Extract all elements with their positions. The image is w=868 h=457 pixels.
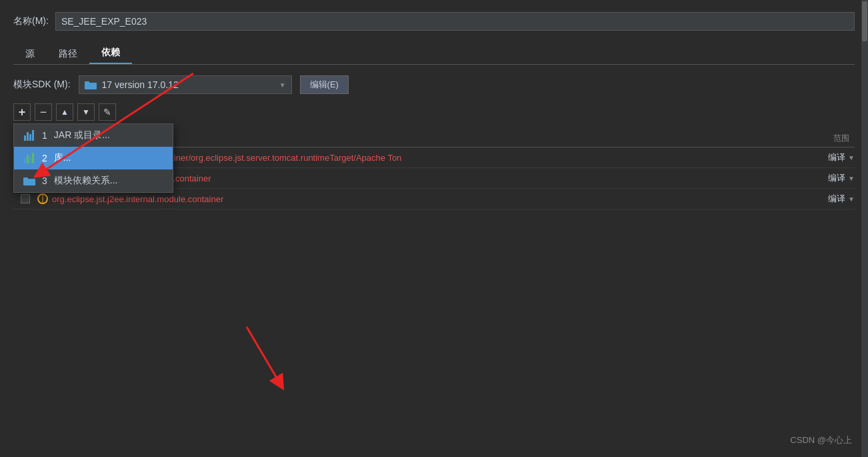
move-down-button[interactable]: ▼ <box>77 103 95 121</box>
add-dropdown-menu: 1 JAR 或目录... 2 库... <box>13 123 173 193</box>
name-label: 名称(M): <box>13 15 49 27</box>
edit-button[interactable]: ✎ <box>99 103 116 121</box>
scope-chevron-icon: ▼ <box>848 154 855 161</box>
scope-chevron-icon: ▼ <box>848 195 855 203</box>
dropdown-item-module[interactable]: 3 模块依赖关系... <box>14 169 173 192</box>
remove-button[interactable]: − <box>35 103 52 121</box>
tabs-row: 源 路径 依赖 <box>13 43 855 65</box>
sdk-value: 17 version 17.0.12 <box>102 79 179 90</box>
svg-rect-1 <box>85 81 89 84</box>
dep-scope[interactable]: 编译 ▼ <box>801 172 855 184</box>
name-row: 名称(M): <box>13 12 855 31</box>
checkbox-icon[interactable] <box>21 194 30 203</box>
dropdown-item-lib-num: 2 <box>42 153 47 163</box>
jar-icon <box>23 129 35 141</box>
sdk-select[interactable]: 17 version 17.0.12 ▼ <box>79 75 292 94</box>
scrollbar-thumb[interactable] <box>862 1 867 41</box>
globe-icon <box>37 193 48 204</box>
dep-scope[interactable]: 编译 ▼ <box>801 193 855 205</box>
watermark: CSDN @今心上 <box>790 434 852 446</box>
dropdown-item-lib[interactable]: 2 库... <box>14 147 173 169</box>
dep-path: org.eclipse.jst.j2ee.internal.module.con… <box>52 194 223 204</box>
scope-col-header: 范围 <box>801 133 855 144</box>
move-up-button[interactable]: ▲ <box>56 103 73 121</box>
lib-icon <box>23 152 35 164</box>
edit-sdk-button[interactable]: 编辑(E) <box>300 75 349 94</box>
toolbar-row: + − ▲ ▼ ✎ 1 JAR 或目录... <box>13 103 855 121</box>
tab-deps[interactable]: 依赖 <box>89 43 132 64</box>
scope-chevron-icon: ▼ <box>848 175 855 182</box>
sdk-row: 模块SDK (M): 17 version 17.0.12 ▼ 编辑(E) <box>13 75 855 94</box>
dropdown-item-jar[interactable]: 1 JAR 或目录... <box>14 124 173 147</box>
scrollbar[interactable] <box>861 0 868 457</box>
dropdown-item-lib-label: 库... <box>54 152 71 164</box>
dropdown-item-module-label: 模块依赖关系... <box>54 175 118 187</box>
svg-rect-3 <box>23 177 28 180</box>
add-button[interactable]: + <box>13 103 31 121</box>
dep-name: org.eclipse.jst.j2ee.internal.module.con… <box>37 193 801 204</box>
main-panel: 名称(M): 源 路径 依赖 模块SDK (M): 17 version 17.… <box>0 0 868 457</box>
tab-path[interactable]: 路径 <box>47 44 89 64</box>
chevron-down-icon: ▼ <box>279 81 286 89</box>
dep-scope[interactable]: 编译 ▼ <box>801 151 855 163</box>
sdk-folder-icon <box>85 80 97 89</box>
dropdown-item-jar-label: JAR 或目录... <box>54 129 110 141</box>
module-folder-icon <box>23 175 35 187</box>
tab-source[interactable]: 源 <box>13 44 47 64</box>
sdk-select-inner: 17 version 17.0.12 <box>85 79 277 90</box>
dropdown-item-jar-num: 1 <box>42 130 47 141</box>
name-input[interactable] <box>55 12 855 31</box>
dropdown-item-module-num: 3 <box>42 175 47 186</box>
sdk-label: 模块SDK (M): <box>13 79 71 91</box>
row-checkbox[interactable] <box>13 194 37 203</box>
